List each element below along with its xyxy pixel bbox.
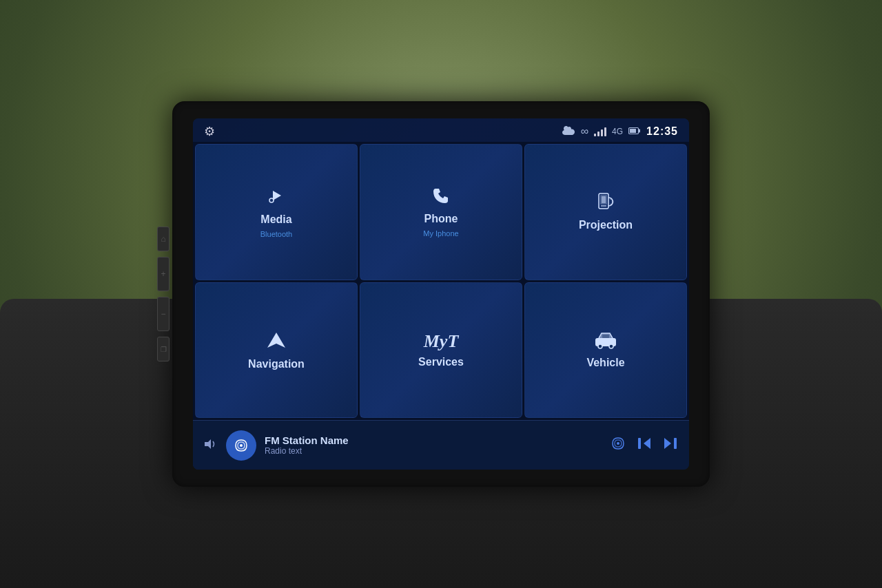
svg-marker-10	[267, 333, 285, 348]
services-label: Services	[418, 356, 464, 368]
media-radio-text: Radio text	[265, 446, 602, 456]
bezel-vol-up-btn[interactable]: +	[157, 257, 170, 291]
dashboard-background: ⌂ + − ❐ ⚙	[0, 0, 882, 588]
main-screen: ⚙ ∞ ∞	[193, 118, 689, 470]
settings-icon[interactable]: ⚙	[204, 124, 215, 139]
bezel-vol-down-btn[interactable]: −	[157, 297, 170, 331]
navigation-icon	[266, 330, 287, 354]
vehicle-icon	[593, 331, 618, 353]
services-tile[interactable]: MyT Services	[360, 282, 522, 419]
battery-icon	[628, 126, 641, 137]
media-controls	[611, 437, 678, 454]
projection-label: Projection	[579, 219, 633, 231]
media-icon	[266, 185, 287, 209]
svg-point-17	[617, 442, 619, 445]
vehicle-label: Vehicle	[586, 357, 624, 369]
svg-marker-20	[664, 438, 671, 449]
projection-tile[interactable]: Projection	[524, 144, 687, 280]
svg-point-16	[240, 444, 243, 447]
status-bar: ⚙ ∞ ∞	[193, 118, 689, 142]
svg-point-12	[598, 344, 602, 348]
media-stream-icon[interactable]	[611, 437, 626, 454]
media-sublabel: Bluetooth	[260, 230, 292, 238]
phone-tile[interactable]: Phone My Iphone	[360, 144, 522, 280]
time-display: 12:35	[646, 125, 678, 138]
cloud-icon: ∞	[562, 126, 575, 138]
svg-rect-8	[602, 196, 606, 203]
svg-rect-21	[674, 438, 677, 449]
phone-sublabel: My Iphone	[423, 229, 458, 238]
infinity-icon: ∞	[581, 125, 588, 138]
screen-bezel: ⌂ + − ❐ ⚙	[172, 101, 710, 487]
phone-icon	[431, 186, 451, 209]
signal-bars	[594, 127, 606, 136]
app-grid: Media Bluetooth Phone My Iphone	[193, 142, 689, 420]
svg-marker-15	[205, 439, 211, 449]
media-station-name: FM Station Name	[265, 434, 602, 446]
media-tile[interactable]: Media Bluetooth	[195, 144, 358, 280]
skip-back-icon[interactable]	[637, 437, 652, 454]
bezel-home-btn[interactable]: ⌂	[157, 227, 170, 251]
signal-4g-label: 4G	[612, 127, 623, 136]
svg-point-4	[269, 198, 274, 202]
bezel-extra-btn[interactable]: ❐	[157, 337, 170, 361]
svg-rect-3	[630, 129, 636, 133]
bezel-left-controls: ⌂ + − ❐	[157, 227, 170, 361]
vehicle-tile[interactable]: Vehicle	[524, 282, 687, 419]
skip-forward-icon[interactable]	[663, 437, 678, 454]
navigation-label: Navigation	[248, 358, 305, 370]
svg-marker-18	[644, 438, 650, 449]
svg-point-13	[609, 344, 613, 348]
svg-rect-19	[638, 438, 641, 449]
services-myt-icon: MyT	[424, 331, 459, 352]
navigation-tile[interactable]: Navigation	[195, 282, 358, 419]
svg-rect-14	[602, 335, 609, 338]
media-bar: FM Station Name Radio text	[193, 420, 689, 470]
status-left: ⚙	[204, 124, 215, 139]
status-right: ∞ ∞ 4G	[562, 125, 678, 138]
svg-rect-2	[639, 129, 641, 133]
radio-active-icon-btn[interactable]	[226, 430, 256, 461]
projection-icon	[595, 192, 617, 215]
svg-text:∞: ∞	[566, 129, 569, 134]
phone-label: Phone	[424, 213, 458, 225]
volume-icon[interactable]	[204, 439, 218, 452]
media-label: Media	[260, 213, 291, 226]
media-info: FM Station Name Radio text	[265, 434, 602, 456]
